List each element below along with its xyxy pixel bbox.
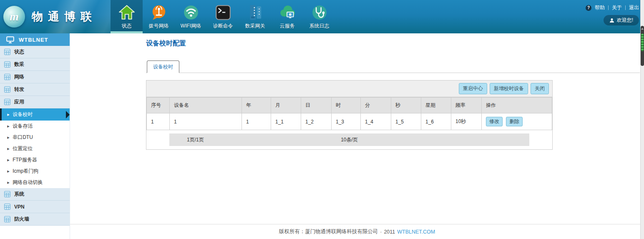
sidebar-subitem-device-timing[interactable]: ▶ 设备校时 [0, 108, 70, 121]
sidebar-item-data-collect[interactable]: 数采 [0, 58, 70, 71]
col-header-day: 日 [301, 98, 332, 113]
scrollbar-thumb[interactable] [641, 26, 644, 66]
logo-text: 物通博联 [32, 9, 97, 24]
sidebar-subitem-label: FTP服务器 [13, 156, 37, 164]
nav-item-data-gateway[interactable]: 数采网关 [239, 0, 271, 33]
nav-label: 状态 [122, 23, 132, 30]
nav-label: 云服务 [280, 23, 295, 30]
link-separator [608, 5, 609, 10]
menu-grid-icon [4, 74, 10, 80]
sidebar-subitem-serial-dtu[interactable]: ▶ 串口DTU [0, 132, 70, 143]
dialup-network-icon [150, 4, 168, 21]
submenu-arrow-icon: ▶ [7, 181, 10, 184]
user-icon [609, 18, 614, 23]
submenu-arrow-icon: ▶ [7, 124, 10, 128]
sidebar-item-status[interactable]: 状态 [0, 46, 70, 58]
sidebar-item-label: 应用 [14, 98, 24, 106]
logo-monogram: m [10, 10, 19, 23]
sidebar-subitem-ftp-server[interactable]: ▶ FTP服务器 [0, 154, 70, 166]
device-timing-panel: 重启中心 新增校时设备 关闭 序号 设备名 年 月 日 时 分 秒 [146, 80, 553, 150]
tab-bar: 设备校时 [146, 60, 640, 73]
menu-grid-icon [4, 191, 10, 197]
header-right: ? 帮助 关于 退出 欢迎您! [586, 4, 639, 25]
cell-hour: 1_3 [332, 113, 361, 130]
cell-frequency: 10秒 [451, 113, 482, 130]
col-header-hour: 时 [332, 98, 361, 113]
vertical-scrollbar[interactable] [640, 0, 644, 239]
col-header-minute: 分 [361, 98, 391, 113]
terminal-icon [214, 4, 232, 21]
footer-year: 2011 [384, 229, 395, 235]
sidebar-subitem-label: 设备存活 [13, 123, 33, 130]
nav-label: 数采网关 [245, 23, 265, 30]
main-nav: 状态 拨号网络 WIFI网络 [111, 0, 335, 33]
menu-grid-icon [4, 216, 10, 222]
page-title: 设备校时配置 [70, 33, 644, 48]
tab-device-timing[interactable]: 设备校时 [147, 60, 179, 73]
sidebar-subitem-device-alive[interactable]: ▶ 设备存活 [0, 121, 70, 132]
nav-item-status[interactable]: 状态 [111, 0, 143, 33]
add-timing-device-button[interactable]: 新增校时设备 [490, 83, 528, 94]
sidebar-item-label: 转发 [14, 86, 24, 93]
sidebar-subitem-label: Icmp看门狗 [13, 168, 38, 175]
col-header-month: 月 [271, 98, 301, 113]
sidebar-subitem-icmp-watchdog[interactable]: ▶ Icmp看门狗 [0, 166, 70, 177]
sidebar-item-label: 数采 [14, 61, 24, 68]
sidebar-subitem-label: 位置定位 [13, 145, 33, 152]
welcome-text: 欢迎您! [617, 17, 633, 24]
edit-button[interactable]: 修改 [486, 117, 503, 126]
sidebar-subitem-label: 设备校时 [13, 111, 33, 118]
close-button[interactable]: 关闭 [531, 83, 549, 94]
page-info: 1页/1页 [187, 136, 204, 143]
restart-center-button[interactable]: 重启中心 [459, 83, 487, 94]
scrollbar-grip-icon [641, 34, 644, 51]
sidebar-item-system[interactable]: 系统 [0, 188, 70, 201]
cell-device-name: 1 [170, 113, 242, 130]
app-logo: m 物通博联 [3, 0, 97, 33]
monitor-icon [6, 36, 14, 43]
sidebar-header: WTBLNET [0, 33, 70, 46]
cell-day: 1_2 [301, 113, 332, 130]
cell-week: 1_6 [421, 113, 451, 130]
sidebar: WTBLNET 状态 数采 网络 转发 应用 [0, 33, 70, 239]
nav-item-cloud-service[interactable]: 云服务 [271, 0, 303, 33]
page-size: 10条/页 [341, 136, 358, 143]
cloud-icon [279, 4, 296, 21]
sidebar-item-application[interactable]: 应用 [0, 96, 70, 108]
nav-item-dialup-network[interactable]: 拨号网络 [143, 0, 175, 33]
cell-minute: 1_4 [361, 113, 391, 130]
nav-item-system-log[interactable]: 系统日志 [303, 0, 335, 33]
sidebar-item-label: VPN [14, 204, 25, 210]
logo-icon: m [3, 6, 25, 28]
sidebar-item-firewall[interactable]: 防火墙 [0, 213, 70, 226]
sidebar-item-network[interactable]: 网络 [0, 71, 70, 83]
logout-link[interactable]: 退出 [629, 4, 639, 11]
sidebar-subitem-network-autoswitch[interactable]: ▶ 网络自动切换 [0, 177, 70, 188]
submenu-arrow-icon: ▶ [7, 147, 10, 150]
col-header-frequency: 频率 [451, 98, 482, 113]
delete-button[interactable]: 删除 [506, 117, 523, 126]
menu-grid-icon [4, 204, 10, 210]
panel-toolbar: 重启中心 新增校时设备 关闭 [146, 81, 552, 97]
wtblnet-link[interactable]: WTBLNET.COM [397, 229, 435, 235]
sidebar-item-forward[interactable]: 转发 [0, 83, 70, 96]
gateway-icon [247, 4, 264, 21]
footer: 版权所有：厦门物通博联网络科技有限公司 · 2011 WTBLNET.COM [70, 224, 644, 239]
col-header-operation: 操作 [482, 98, 552, 113]
pagination-bar: 1页/1页 10条/页 [169, 133, 529, 146]
home-icon [118, 4, 136, 21]
about-link[interactable]: 关于 [612, 4, 622, 11]
help-link[interactable]: 帮助 [595, 4, 605, 11]
pagination: 1页/1页 10条/页 [146, 130, 552, 149]
sidebar-subitem-label: 串口DTU [13, 134, 33, 141]
sidebar-subitem-label: 网络自动切换 [13, 179, 43, 186]
sidebar-subitem-location[interactable]: ▶ 位置定位 [0, 143, 70, 154]
wifi-icon [182, 4, 200, 21]
nav-item-wifi-network[interactable]: WIFI网络 [175, 0, 207, 33]
menu-grid-icon [4, 86, 10, 93]
nav-item-diagnostic-commands[interactable]: 诊断命令 [207, 0, 239, 33]
welcome-badge[interactable]: 欢迎您! [604, 15, 639, 25]
col-header-year: 年 [242, 98, 271, 113]
cell-seq: 1 [147, 113, 170, 130]
sidebar-item-vpn[interactable]: VPN [0, 201, 70, 213]
